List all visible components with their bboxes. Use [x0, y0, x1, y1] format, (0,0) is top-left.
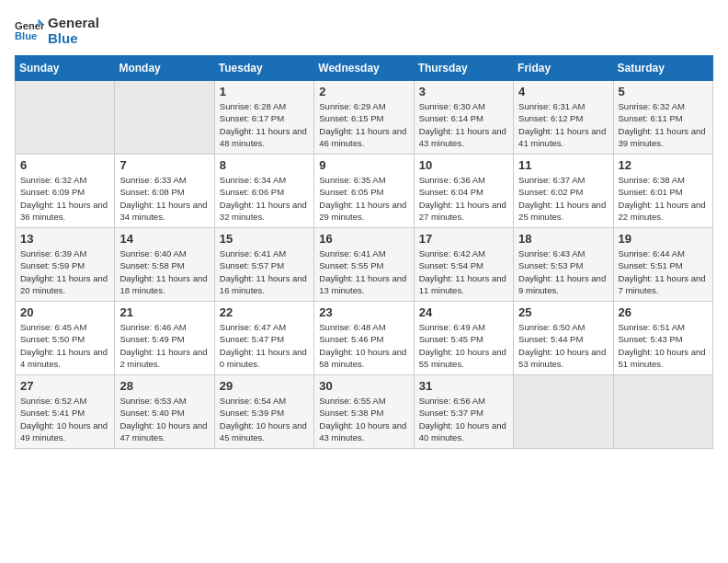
- day-detail: Sunrise: 6:44 AMSunset: 5:51 PMDaylight:…: [619, 247, 708, 296]
- day-detail: Sunrise: 6:40 AMSunset: 5:58 PMDaylight:…: [119, 247, 209, 296]
- day-detail: Sunrise: 6:33 AMSunset: 6:08 PMDaylight:…: [119, 174, 209, 223]
- header-day-monday: Monday: [115, 56, 214, 81]
- day-detail: Sunrise: 6:43 AMSunset: 5:53 PMDaylight:…: [518, 247, 608, 296]
- day-number: 1: [220, 85, 309, 98]
- calendar-cell: 9 Sunrise: 6:35 AMSunset: 6:05 PMDayligh…: [314, 155, 414, 228]
- calendar-cell: 2 Sunrise: 6:29 AMSunset: 6:15 PMDayligh…: [314, 81, 414, 155]
- day-detail: Sunrise: 6:55 AMSunset: 5:38 PMDaylight:…: [319, 395, 408, 443]
- day-detail: Sunrise: 6:42 AMSunset: 5:54 PMDaylight:…: [419, 247, 508, 296]
- calendar-cell: 11 Sunrise: 6:37 AMSunset: 6:02 PMDaylig…: [514, 155, 613, 228]
- day-detail: Sunrise: 6:35 AMSunset: 6:05 PMDaylight:…: [319, 174, 408, 223]
- day-number: 19: [619, 232, 708, 246]
- calendar-header-row: SundayMondayTuesdayWednesdayThursdayFrid…: [16, 56, 713, 81]
- day-number: 16: [319, 232, 408, 246]
- day-detail: Sunrise: 6:50 AMSunset: 5:44 PMDaylight:…: [518, 321, 608, 370]
- day-number: 25: [518, 305, 608, 319]
- page-header: General Blue General Blue: [15, 15, 713, 46]
- calendar-cell: 7 Sunrise: 6:33 AMSunset: 6:08 PMDayligh…: [115, 155, 214, 228]
- day-number: 14: [119, 232, 209, 246]
- day-number: 30: [319, 379, 408, 393]
- calendar-cell: [514, 375, 613, 449]
- day-number: 6: [20, 158, 109, 172]
- day-number: 28: [119, 379, 209, 393]
- day-detail: Sunrise: 6:54 AMSunset: 5:39 PMDaylight:…: [220, 395, 309, 443]
- calendar-cell: 6 Sunrise: 6:32 AMSunset: 6:09 PMDayligh…: [16, 155, 115, 228]
- calendar-cell: 12 Sunrise: 6:38 AMSunset: 6:01 PMDaylig…: [613, 155, 712, 228]
- calendar-cell: 4 Sunrise: 6:31 AMSunset: 6:12 PMDayligh…: [514, 81, 613, 155]
- day-detail: Sunrise: 6:30 AMSunset: 6:14 PMDaylight:…: [419, 100, 508, 149]
- day-number: 7: [119, 158, 209, 172]
- day-number: 21: [119, 305, 209, 319]
- header-day-sunday: Sunday: [16, 56, 115, 81]
- calendar-cell: [613, 375, 712, 449]
- day-number: 31: [419, 379, 508, 393]
- day-detail: Sunrise: 6:29 AMSunset: 6:15 PMDaylight:…: [319, 100, 408, 149]
- calendar-cell: 24 Sunrise: 6:49 AMSunset: 5:45 PMDaylig…: [414, 302, 513, 375]
- header-day-thursday: Thursday: [414, 56, 513, 81]
- calendar-cell: 25 Sunrise: 6:50 AMSunset: 5:44 PMDaylig…: [514, 302, 613, 375]
- calendar-cell: 15 Sunrise: 6:41 AMSunset: 5:57 PMDaylig…: [214, 228, 313, 302]
- day-number: 5: [619, 85, 708, 98]
- day-number: 2: [319, 85, 408, 98]
- day-detail: Sunrise: 6:53 AMSunset: 5:40 PMDaylight:…: [119, 395, 209, 443]
- calendar-cell: 17 Sunrise: 6:42 AMSunset: 5:54 PMDaylig…: [414, 228, 513, 302]
- day-detail: Sunrise: 6:48 AMSunset: 5:46 PMDaylight:…: [319, 321, 408, 370]
- day-detail: Sunrise: 6:39 AMSunset: 5:59 PMDaylight:…: [20, 247, 109, 296]
- day-number: 27: [20, 379, 109, 393]
- day-detail: Sunrise: 6:28 AMSunset: 6:17 PMDaylight:…: [220, 100, 309, 149]
- day-detail: Sunrise: 6:31 AMSunset: 6:12 PMDaylight:…: [518, 100, 608, 149]
- day-number: 10: [419, 158, 508, 172]
- day-number: 20: [20, 305, 109, 319]
- day-detail: Sunrise: 6:37 AMSunset: 6:02 PMDaylight:…: [518, 174, 608, 223]
- day-number: 17: [419, 232, 508, 246]
- day-number: 29: [220, 379, 309, 393]
- day-number: 8: [220, 158, 309, 172]
- calendar-cell: [16, 81, 115, 155]
- day-number: 15: [220, 232, 309, 246]
- day-detail: Sunrise: 6:32 AMSunset: 6:11 PMDaylight:…: [619, 100, 708, 149]
- calendar-cell: 5 Sunrise: 6:32 AMSunset: 6:11 PMDayligh…: [613, 81, 712, 155]
- calendar-cell: 26 Sunrise: 6:51 AMSunset: 5:43 PMDaylig…: [613, 302, 712, 375]
- day-number: 24: [419, 305, 508, 319]
- calendar-cell: 21 Sunrise: 6:46 AMSunset: 5:49 PMDaylig…: [115, 302, 214, 375]
- day-detail: Sunrise: 6:47 AMSunset: 5:47 PMDaylight:…: [220, 321, 309, 370]
- day-number: 3: [419, 85, 508, 98]
- day-detail: Sunrise: 6:41 AMSunset: 5:57 PMDaylight:…: [220, 247, 309, 296]
- calendar-cell: 29 Sunrise: 6:54 AMSunset: 5:39 PMDaylig…: [214, 375, 313, 449]
- calendar-week-row: 1 Sunrise: 6:28 AMSunset: 6:17 PMDayligh…: [16, 81, 713, 155]
- calendar-cell: 10 Sunrise: 6:36 AMSunset: 6:04 PMDaylig…: [414, 155, 513, 228]
- day-number: 13: [20, 232, 109, 246]
- calendar-week-row: 13 Sunrise: 6:39 AMSunset: 5:59 PMDaylig…: [16, 228, 713, 302]
- calendar-cell: 13 Sunrise: 6:39 AMSunset: 5:59 PMDaylig…: [16, 228, 115, 302]
- header-day-saturday: Saturday: [613, 56, 712, 81]
- svg-text:Blue: Blue: [15, 30, 37, 41]
- calendar-week-row: 20 Sunrise: 6:45 AMSunset: 5:50 PMDaylig…: [16, 302, 713, 375]
- calendar-week-row: 6 Sunrise: 6:32 AMSunset: 6:09 PMDayligh…: [16, 155, 713, 228]
- calendar-cell: 19 Sunrise: 6:44 AMSunset: 5:51 PMDaylig…: [613, 228, 712, 302]
- calendar-cell: 27 Sunrise: 6:52 AMSunset: 5:41 PMDaylig…: [16, 375, 115, 449]
- day-detail: Sunrise: 6:36 AMSunset: 6:04 PMDaylight:…: [419, 174, 508, 223]
- day-number: 23: [319, 305, 408, 319]
- day-number: 9: [319, 158, 408, 172]
- day-number: 26: [619, 305, 708, 319]
- day-detail: Sunrise: 6:46 AMSunset: 5:49 PMDaylight:…: [119, 321, 209, 370]
- day-number: 4: [518, 85, 608, 98]
- logo-blue: Blue: [48, 30, 99, 46]
- day-detail: Sunrise: 6:34 AMSunset: 6:06 PMDaylight:…: [220, 174, 309, 223]
- calendar-table: SundayMondayTuesdayWednesdayThursdayFrid…: [15, 55, 713, 449]
- day-detail: Sunrise: 6:56 AMSunset: 5:37 PMDaylight:…: [419, 395, 508, 443]
- day-number: 12: [619, 158, 708, 172]
- calendar-cell: 3 Sunrise: 6:30 AMSunset: 6:14 PMDayligh…: [414, 81, 513, 155]
- header-day-friday: Friday: [514, 56, 613, 81]
- calendar-cell: 31 Sunrise: 6:56 AMSunset: 5:37 PMDaylig…: [414, 375, 513, 449]
- calendar-cell: 18 Sunrise: 6:43 AMSunset: 5:53 PMDaylig…: [514, 228, 613, 302]
- calendar-cell: 1 Sunrise: 6:28 AMSunset: 6:17 PMDayligh…: [214, 81, 313, 155]
- calendar-cell: 8 Sunrise: 6:34 AMSunset: 6:06 PMDayligh…: [214, 155, 313, 228]
- calendar-cell: 30 Sunrise: 6:55 AMSunset: 5:38 PMDaylig…: [314, 375, 414, 449]
- day-detail: Sunrise: 6:51 AMSunset: 5:43 PMDaylight:…: [619, 321, 708, 370]
- calendar-cell: 23 Sunrise: 6:48 AMSunset: 5:46 PMDaylig…: [314, 302, 414, 375]
- day-detail: Sunrise: 6:52 AMSunset: 5:41 PMDaylight:…: [20, 395, 109, 443]
- day-detail: Sunrise: 6:38 AMSunset: 6:01 PMDaylight:…: [619, 174, 708, 223]
- header-day-tuesday: Tuesday: [214, 56, 313, 81]
- calendar-cell: 14 Sunrise: 6:40 AMSunset: 5:58 PMDaylig…: [115, 228, 214, 302]
